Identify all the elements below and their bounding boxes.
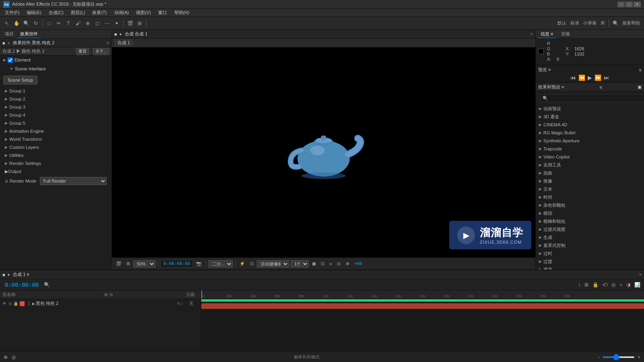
audio-tab[interactable]: 音频: [558, 30, 573, 38]
toggle-motion-blur-btn[interactable]: ◑: [625, 281, 632, 288]
reset-button[interactable]: 重置: [76, 48, 89, 55]
layer-expand-btn[interactable]: ▶: [32, 302, 35, 306]
toggle-shy-btn[interactable]: ◎: [610, 281, 617, 288]
preview-section-icon[interactable]: ≡: [639, 68, 642, 72]
next-frame-btn[interactable]: ⏩: [594, 74, 601, 81]
layer-visibility-btn[interactable]: 👁: [2, 301, 7, 306]
output-row[interactable]: ▶ Output: [0, 167, 111, 175]
add-marker-btn[interactable]: ⊕: [2, 354, 9, 361]
custom-layers-row[interactable]: ▶ Custom Layers: [0, 143, 111, 151]
clone-tool-button[interactable]: ⊕: [83, 19, 92, 28]
effects-search-input[interactable]: [540, 94, 644, 102]
element-checkbox[interactable]: [8, 58, 13, 63]
menu-window[interactable]: 窗口: [155, 9, 170, 16]
effect-cat-keying[interactable]: ▶抠像: [536, 177, 644, 185]
toggle-d-btn[interactable]: ◎: [335, 260, 343, 267]
menu-comp[interactable]: 合成(C): [45, 9, 67, 16]
prev-frame-start-btn[interactable]: ⏮: [570, 74, 576, 81]
group5-row[interactable]: ▶ Group 5: [0, 119, 111, 127]
toggle-lock-btn[interactable]: 🔒: [591, 281, 600, 288]
eraser-tool-button[interactable]: ◻: [93, 19, 102, 28]
hand-tool-button[interactable]: ✋: [12, 19, 21, 28]
layer-solo-btn[interactable]: ◎: [7, 301, 13, 306]
menu-animation[interactable]: 动画(A): [111, 9, 132, 16]
prev-frame-btn[interactable]: ⏪: [578, 74, 585, 81]
group4-row[interactable]: ▶ Group 4: [0, 111, 111, 119]
view-select[interactable]: 1个 2个 4个: [291, 260, 309, 267]
menu-effects[interactable]: 效果(T): [89, 9, 110, 16]
preview-timecode[interactable]: 0:00:00:00: [161, 260, 193, 267]
scene-setup-button[interactable]: Scene Setup: [3, 76, 37, 84]
timeline-zoom-in-btn[interactable]: +: [636, 354, 642, 361]
preview-region-btn[interactable]: ⊡: [248, 260, 255, 267]
effect-cat-3d-channel[interactable]: ▶3D 通道: [536, 113, 644, 121]
minimize-button[interactable]: ─: [617, 2, 625, 7]
effect-cat-noise-grain[interactable]: ▶杂色和颗粒: [536, 201, 644, 209]
group1-row[interactable]: ▶ Group 1: [0, 87, 111, 95]
effect-cat-utilities[interactable]: ▶实用工具: [536, 161, 644, 169]
effect-cat-simulation[interactable]: ▶模拟: [536, 209, 644, 217]
left-panel-menu-icon[interactable]: ≡: [107, 41, 109, 45]
preview-panel-menu-icon[interactable]: ≡: [530, 32, 533, 36]
toggle-onion-skin-btn[interactable]: ◎: [10, 354, 17, 361]
shape-tool-button[interactable]: □: [45, 19, 54, 28]
effect-cat-transition-view[interactable]: ▶过渡式视图: [536, 225, 644, 233]
utilities-row[interactable]: ▶ Utilities: [0, 151, 111, 159]
layer-fx-btn[interactable]: fx: [177, 302, 180, 306]
preview-tab[interactable]: 合成 1: [114, 39, 133, 47]
animation-engine-row[interactable]: ▶ Animation Engine: [0, 127, 111, 135]
layer-color-swatch[interactable]: [20, 301, 25, 306]
toggle-c-btn[interactable]: ≡: [328, 261, 333, 267]
layer-lock-btn[interactable]: 🔒: [13, 301, 19, 306]
about-button[interactable]: 关于...: [93, 48, 109, 55]
preview-grid-btn[interactable]: ⊞: [125, 260, 132, 267]
world-transform-row[interactable]: ▶ World Transform: [0, 135, 111, 143]
effects-tab[interactable]: 效果控件: [17, 30, 41, 38]
effect-cat-mask-control[interactable]: ▶遮罩式控制: [536, 241, 644, 249]
search-button[interactable]: 🔍: [611, 19, 620, 28]
render-mode-select[interactable]: Full Render Wireframe Diffuse Shadow: [40, 177, 107, 185]
effect-cat-perspective[interactable]: ▶透视: [536, 265, 644, 269]
menu-layer[interactable]: 图层(L): [68, 9, 88, 16]
select-tool-button[interactable]: ↖: [2, 19, 11, 28]
effect-cat-distort[interactable]: ▶扭曲: [536, 169, 644, 177]
effect-cat-animation-presets[interactable]: ▶动画预设: [536, 105, 644, 113]
toggle-a-btn[interactable]: ▣: [310, 260, 318, 267]
timecode-display[interactable]: 0:00:00:00: [2, 282, 41, 288]
group3-row[interactable]: ▶ Group 3: [0, 103, 111, 111]
preview-comp-btn[interactable]: 🎬: [114, 260, 123, 267]
effects-menu-icon[interactable]: ≡: [600, 85, 602, 90]
snapping-button[interactable]: ⊞: [135, 19, 144, 28]
preview-camera-icon[interactable]: 📷: [194, 260, 203, 267]
effect-cat-time[interactable]: ▶时间: [536, 193, 644, 201]
effect-cat-generate[interactable]: ▶生成: [536, 233, 644, 241]
timeline-zoom-slider[interactable]: [603, 356, 635, 358]
playhead[interactable]: [201, 290, 202, 299]
color-swatch[interactable]: [538, 49, 544, 54]
effects-icon[interactable]: ▣: [638, 84, 642, 90]
maximize-button[interactable]: □: [625, 2, 633, 7]
zoom-tool-button[interactable]: 🔍: [22, 19, 31, 28]
text-tool-button[interactable]: T: [64, 19, 73, 28]
camera-select[interactable]: 活动摄像机: [257, 260, 289, 267]
project-tab[interactable]: 项目: [2, 30, 17, 38]
effect-cat-blur-sharpen[interactable]: ▶模糊和锐化: [536, 217, 644, 225]
quality-select[interactable]: 二分... 完整 1/4: [208, 260, 233, 267]
group2-row[interactable]: ▶ Group 2: [0, 95, 111, 103]
close-button[interactable]: ✕: [634, 2, 641, 7]
menu-view[interactable]: 视图(V): [133, 9, 154, 16]
preview-fast-preview-btn[interactable]: ⚡: [238, 260, 247, 267]
toggle-solo-btn[interactable]: ↕: [577, 281, 582, 288]
roto-tool-button[interactable]: ⋯: [103, 19, 111, 28]
effect-cat-obsolete[interactable]: ▶过时: [536, 249, 644, 257]
toggle-e-btn[interactable]: ⊕: [344, 260, 351, 267]
effect-cat-cinema4d[interactable]: ▶CINEMA 4D: [536, 121, 644, 129]
effect-cat-transition[interactable]: ▶过渡: [536, 257, 644, 265]
toggle-label-btn[interactable]: 🏷: [601, 281, 609, 288]
effect-cat-rg-magic-bullet[interactable]: ▶RG Magic Bullet: [536, 129, 644, 137]
toggle-graph-btn[interactable]: 📊: [633, 281, 642, 288]
effect-cat-text[interactable]: ▶文本: [536, 185, 644, 193]
brush-tool-button[interactable]: 🖌: [74, 19, 83, 28]
effect-cat-video-copilot[interactable]: ▶Video Copilot: [536, 153, 644, 161]
play-btn[interactable]: ▶: [588, 74, 592, 81]
